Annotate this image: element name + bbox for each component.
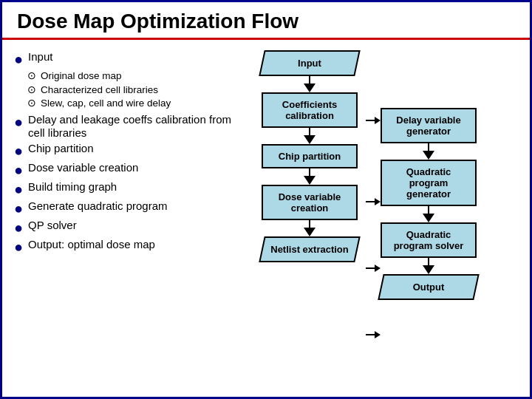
arrow-4 [304,220,316,236]
bullet-6: ● Output: optimal dose map [14,238,243,256]
sub-label-2: Slew, cap, cell and wire delay [41,97,171,110]
bullet-1: ● Chip partition [14,142,243,160]
arrow-r2 [381,206,477,222]
sub-label-1: Characterized cell libraries [41,83,158,97]
bullet-label-4: Generate quadratic program [28,200,167,214]
content-area: ● Input ⊙ Original dose map ⊙ Characteri… [2,40,530,310]
flowchart: Input Coefficients calibration [250,50,518,300]
flow-input: Input [259,50,360,76]
flow-dose: Dose variable creation [262,185,358,220]
bullet-dot-1: ● [14,142,23,160]
flow-output: Output [378,274,479,300]
flow-right-col: Delay variable generator Quadratic progr… [381,108,477,300]
bullet-dot-6: ● [14,238,23,256]
arrow-3 [304,168,316,185]
svg-marker-1 [375,117,381,124]
flow-qp-solver: Quadratic program solver [381,222,477,258]
bullet-label-3: Build timing graph [28,180,117,194]
sub-item-0: ⊙ Original dose map [27,69,243,83]
arrow-r3 [381,258,477,274]
arrow-line-r3 [428,258,429,265]
flow-quadratic: Quadratic program generator [381,160,477,206]
page-title: Dose Map Optimization Flow [17,10,299,33]
arrow-r1 [381,143,477,160]
bullet-label-1: Chip partition [28,142,93,156]
bullet-dot-5: ● [14,219,23,236]
bullet-dot-2: ● [14,161,23,179]
input-label: Input [28,50,52,64]
bullet-2: ● Dose variable creation [14,161,243,179]
flow-delay-var: Delay variable generator [381,108,477,143]
bullet-4: ● Generate quadratic program [14,200,243,217]
arrow-svg [366,50,381,361]
bullet-dot-input: ● [14,50,23,68]
arrow-1 [304,76,316,92]
bullet-dot-0: ● [14,113,23,131]
arrowhead-1 [304,83,316,92]
arrowhead-3 [304,176,316,185]
flow-chip: Chip partition [262,144,358,168]
sub-bullets: ⊙ Original dose map ⊙ Characterized cell… [27,69,243,110]
bullet-label-2: Dose variable creation [28,161,138,175]
arrowhead-r1 [423,151,434,160]
sub-item-2: ⊙ Slew, cap, cell and wire delay [27,97,243,110]
flow-main-column: Input Coefficients calibration [250,50,369,300]
bullet-label-0: Delay and leakage coeffs calibration fro… [28,113,243,141]
title-bar: Dose Map Optimization Flow [2,2,530,40]
arrow-line-4 [309,220,310,228]
arrow-line-3 [309,168,310,176]
input-bullet: ● Input [14,50,243,68]
bullet-dot-4: ● [14,200,23,217]
bullet-5: ● QP solver [14,219,243,236]
arrowhead-4 [304,228,316,236]
bullet-label-6: Output: optimal dose map [28,238,155,252]
arrow-line-2 [309,128,310,135]
arrow-line-r2 [428,206,429,214]
flow-netlist: Netlist extraction [259,236,360,262]
arrowhead-r2 [423,214,434,222]
svg-marker-3 [375,198,381,205]
bullet-dot-3: ● [14,180,23,198]
page: Dose Map Optimization Flow ● Input ⊙ Ori… [0,0,532,399]
bullet-0: ● Delay and leakage coeffs calibration f… [14,113,243,141]
arrow-2 [304,128,316,144]
sub-dot-1: ⊙ [27,83,36,95]
sub-item-1: ⊙ Characterized cell libraries [27,83,243,97]
flow-coeff: Coefficients calibration [262,92,358,128]
arrow-line-1 [309,76,310,83]
arrowhead-r3 [423,265,434,274]
arrow-line-r1 [428,143,429,151]
svg-marker-7 [375,331,381,338]
left-column: ● Input ⊙ Original dose map ⊙ Characteri… [14,50,243,300]
svg-marker-5 [375,265,381,272]
bullet-3: ● Build timing graph [14,180,243,198]
sub-label-0: Original dose map [41,69,122,83]
bullet-label-5: QP solver [28,219,77,233]
sub-dot-2: ⊙ [27,97,36,109]
arrowhead-2 [304,135,316,144]
sub-dot-0: ⊙ [27,69,36,81]
